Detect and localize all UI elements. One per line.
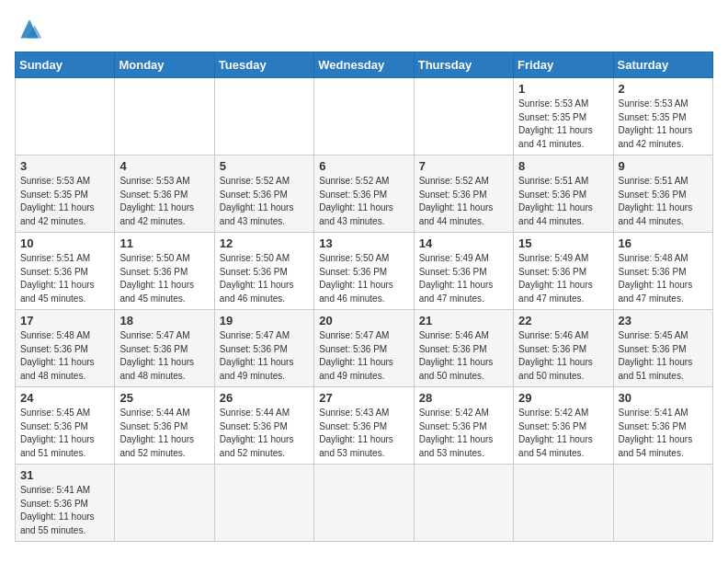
calendar-cell: 9Sunrise: 5:51 AM Sunset: 5:36 PM Daylig… (613, 155, 712, 233)
calendar-cell (414, 465, 513, 542)
calendar-cell: 21Sunrise: 5:46 AM Sunset: 5:36 PM Dayli… (414, 310, 513, 387)
calendar-cell (115, 78, 214, 155)
calendar-cell: 30Sunrise: 5:41 AM Sunset: 5:36 PM Dayli… (613, 387, 712, 465)
calendar-cell: 19Sunrise: 5:47 AM Sunset: 5:36 PM Dayli… (214, 310, 313, 387)
calendar-cell: 28Sunrise: 5:42 AM Sunset: 5:36 PM Dayli… (414, 387, 513, 465)
day-number: 6 (319, 159, 408, 173)
weekday-header: Wednesday (314, 52, 414, 78)
calendar-cell: 13Sunrise: 5:50 AM Sunset: 5:36 PM Dayli… (314, 233, 414, 310)
calendar-cell: 23Sunrise: 5:45 AM Sunset: 5:36 PM Dayli… (613, 310, 712, 387)
calendar-cell: 7Sunrise: 5:52 AM Sunset: 5:36 PM Daylig… (414, 155, 513, 233)
calendar-week-row: 17Sunrise: 5:48 AM Sunset: 5:36 PM Dayli… (16, 310, 713, 387)
day-info: Sunrise: 5:44 AM Sunset: 5:36 PM Dayligh… (220, 407, 309, 460)
calendar-week-row: 10Sunrise: 5:51 AM Sunset: 5:36 PM Dayli… (16, 233, 713, 310)
day-info: Sunrise: 5:53 AM Sunset: 5:36 PM Dayligh… (119, 175, 209, 228)
day-info: Sunrise: 5:47 AM Sunset: 5:36 PM Dayligh… (319, 329, 408, 383)
weekday-header: Saturday (613, 52, 712, 78)
calendar-cell: 20Sunrise: 5:47 AM Sunset: 5:36 PM Dayli… (314, 310, 414, 387)
calendar-cell (16, 78, 115, 155)
day-number: 30 (619, 391, 708, 405)
weekday-header: Thursday (414, 52, 513, 78)
day-number: 15 (518, 236, 608, 250)
day-info: Sunrise: 5:47 AM Sunset: 5:36 PM Dayligh… (119, 329, 209, 383)
weekday-header: Friday (514, 52, 613, 78)
calendar-cell: 8Sunrise: 5:51 AM Sunset: 5:36 PM Daylig… (514, 155, 613, 233)
calendar-cell: 4Sunrise: 5:53 AM Sunset: 5:36 PM Daylig… (115, 155, 214, 233)
day-number: 23 (619, 314, 708, 327)
day-info: Sunrise: 5:44 AM Sunset: 5:36 PM Dayligh… (119, 407, 209, 460)
calendar-week-row: 31Sunrise: 5:41 AM Sunset: 5:36 PM Dayli… (16, 465, 713, 542)
day-number: 13 (319, 236, 408, 250)
day-info: Sunrise: 5:50 AM Sunset: 5:36 PM Dayligh… (319, 252, 408, 305)
day-info: Sunrise: 5:53 AM Sunset: 5:35 PM Dayligh… (619, 98, 708, 151)
day-info: Sunrise: 5:51 AM Sunset: 5:36 PM Dayligh… (518, 175, 608, 228)
calendar-cell: 25Sunrise: 5:44 AM Sunset: 5:36 PM Dayli… (115, 387, 214, 465)
day-number: 5 (220, 159, 309, 173)
day-info: Sunrise: 5:45 AM Sunset: 5:36 PM Dayligh… (619, 329, 708, 383)
day-info: Sunrise: 5:43 AM Sunset: 5:36 PM Dayligh… (319, 407, 408, 460)
day-info: Sunrise: 5:41 AM Sunset: 5:36 PM Dayligh… (619, 407, 708, 460)
day-info: Sunrise: 5:42 AM Sunset: 5:36 PM Dayligh… (518, 407, 608, 460)
day-info: Sunrise: 5:50 AM Sunset: 5:36 PM Dayligh… (119, 252, 209, 305)
calendar-table: SundayMondayTuesdayWednesdayThursdayFrid… (15, 52, 713, 542)
calendar-cell: 6Sunrise: 5:52 AM Sunset: 5:36 PM Daylig… (314, 155, 414, 233)
calendar-cell: 24Sunrise: 5:45 AM Sunset: 5:36 PM Dayli… (16, 387, 115, 465)
calendar-cell (314, 78, 414, 155)
weekday-header: Monday (115, 52, 214, 78)
day-info: Sunrise: 5:51 AM Sunset: 5:36 PM Dayligh… (619, 175, 708, 228)
day-number: 27 (319, 391, 408, 405)
day-number: 25 (119, 391, 209, 405)
calendar-cell: 31Sunrise: 5:41 AM Sunset: 5:36 PM Dayli… (16, 465, 115, 542)
calendar-cell (115, 465, 214, 542)
calendar-cell: 22Sunrise: 5:46 AM Sunset: 5:36 PM Dayli… (514, 310, 613, 387)
calendar-cell: 10Sunrise: 5:51 AM Sunset: 5:36 PM Dayli… (16, 233, 115, 310)
day-number: 4 (119, 159, 209, 173)
day-number: 1 (518, 82, 608, 96)
day-number: 18 (119, 314, 209, 327)
calendar-cell: 3Sunrise: 5:53 AM Sunset: 5:35 PM Daylig… (16, 155, 115, 233)
day-number: 11 (119, 236, 209, 250)
calendar-week-row: 3Sunrise: 5:53 AM Sunset: 5:35 PM Daylig… (16, 155, 713, 233)
calendar-cell: 11Sunrise: 5:50 AM Sunset: 5:36 PM Dayli… (115, 233, 214, 310)
day-info: Sunrise: 5:46 AM Sunset: 5:36 PM Dayligh… (518, 329, 608, 383)
calendar-cell: 12Sunrise: 5:50 AM Sunset: 5:36 PM Dayli… (214, 233, 313, 310)
day-number: 21 (419, 314, 508, 327)
calendar-cell (514, 465, 613, 542)
day-info: Sunrise: 5:49 AM Sunset: 5:36 PM Dayligh… (419, 252, 508, 305)
weekday-header-row: SundayMondayTuesdayWednesdayThursdayFrid… (16, 52, 713, 78)
day-info: Sunrise: 5:48 AM Sunset: 5:36 PM Dayligh… (20, 329, 109, 383)
calendar-cell: 16Sunrise: 5:48 AM Sunset: 5:36 PM Dayli… (613, 233, 712, 310)
day-info: Sunrise: 5:41 AM Sunset: 5:36 PM Dayligh… (20, 484, 109, 537)
day-number: 26 (220, 391, 309, 405)
calendar-cell: 18Sunrise: 5:47 AM Sunset: 5:36 PM Dayli… (115, 310, 214, 387)
calendar-week-row: 1Sunrise: 5:53 AM Sunset: 5:35 PM Daylig… (16, 78, 713, 155)
day-info: Sunrise: 5:46 AM Sunset: 5:36 PM Dayligh… (419, 329, 508, 383)
day-number: 20 (319, 314, 408, 327)
day-number: 28 (419, 391, 508, 405)
calendar-cell: 29Sunrise: 5:42 AM Sunset: 5:36 PM Dayli… (514, 387, 613, 465)
day-number: 12 (220, 236, 309, 250)
calendar-cell: 15Sunrise: 5:49 AM Sunset: 5:36 PM Dayli… (514, 233, 613, 310)
page-header (15, 15, 713, 40)
calendar-cell (613, 465, 712, 542)
day-number: 7 (419, 159, 508, 173)
day-number: 31 (20, 468, 109, 482)
calendar-cell: 27Sunrise: 5:43 AM Sunset: 5:36 PM Dayli… (314, 387, 414, 465)
day-info: Sunrise: 5:53 AM Sunset: 5:35 PM Dayligh… (518, 98, 608, 151)
weekday-header: Sunday (16, 52, 115, 78)
calendar-cell: 1Sunrise: 5:53 AM Sunset: 5:35 PM Daylig… (514, 78, 613, 155)
logo (15, 15, 48, 40)
calendar-cell (414, 78, 513, 155)
day-info: Sunrise: 5:48 AM Sunset: 5:36 PM Dayligh… (619, 252, 708, 305)
day-number: 9 (619, 159, 708, 173)
day-info: Sunrise: 5:50 AM Sunset: 5:36 PM Dayligh… (220, 252, 309, 305)
logo-icon (15, 15, 44, 40)
day-number: 16 (619, 236, 708, 250)
day-number: 22 (518, 314, 608, 327)
day-number: 17 (20, 314, 109, 327)
day-info: Sunrise: 5:52 AM Sunset: 5:36 PM Dayligh… (419, 175, 508, 228)
day-number: 10 (20, 236, 109, 250)
calendar-week-row: 24Sunrise: 5:45 AM Sunset: 5:36 PM Dayli… (16, 387, 713, 465)
calendar-cell (214, 465, 313, 542)
day-number: 24 (20, 391, 109, 405)
